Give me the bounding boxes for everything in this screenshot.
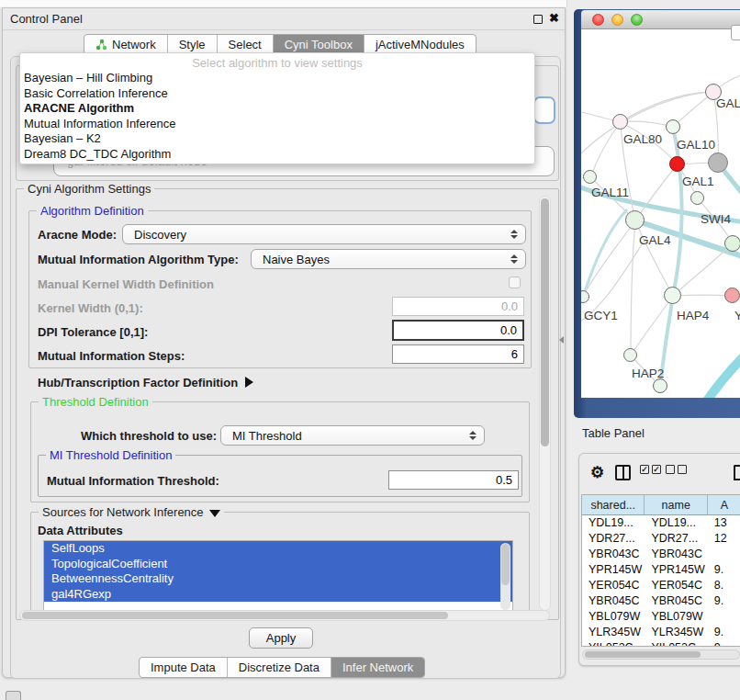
algorithm-option-mutual-information[interactable]: Mutual Information Inference <box>20 117 534 132</box>
close-icon[interactable]: ✖ <box>549 11 559 25</box>
algorithm-option-bayesian-k2[interactable]: Bayesian – K2 <box>20 131 534 147</box>
gear-icon[interactable]: ⚙ <box>590 465 604 480</box>
aracne-mode-combo[interactable]: Discovery <box>122 224 526 244</box>
scrollbar-thumb[interactable] <box>501 544 510 585</box>
scrollbar-thumb[interactable] <box>541 198 549 446</box>
minimize-traffic-light-icon[interactable] <box>611 14 623 26</box>
table-row[interactable]: YBL079WYBL079W <box>582 609 740 625</box>
float-window-icon[interactable] <box>533 15 543 24</box>
cell-value: 9. <box>708 562 740 578</box>
tab-network[interactable]: Network <box>84 35 168 54</box>
collapsed-arrow-icon <box>245 377 253 388</box>
mi-threshold-label: Mutual Information Threshold: <box>47 474 219 488</box>
node-bottom-green[interactable] <box>653 378 667 393</box>
algorithm-combo-focus-fragment[interactable] <box>533 96 555 124</box>
mi-steps-field[interactable]: 6 <box>392 344 524 364</box>
column-header-name[interactable]: name <box>645 495 707 514</box>
table-row[interactable]: YBR043CYBR043C <box>582 547 740 562</box>
scrollbar-thumb[interactable] <box>22 612 448 619</box>
sources-group-title[interactable]: Sources for Network Inference <box>39 505 224 519</box>
list-item[interactable]: gal4RGexp <box>44 587 512 603</box>
tab-select[interactable]: Select <box>218 35 274 54</box>
which-threshold-combo[interactable]: MI Threshold <box>220 425 485 446</box>
which-threshold-value: MI Threshold <box>221 429 468 443</box>
algorithm-option-dream8[interactable]: Dream8 DC_TDC Algorithm <box>20 147 534 163</box>
list-item[interactable]: SelfLoops <box>44 541 512 557</box>
network-view-window: GAL GAL80 GAL10 GAL1 GAL11 SWI4 GAL4 GCY… <box>574 9 740 418</box>
tab-infer-network[interactable]: Infer Network <box>331 658 424 677</box>
algorithm-option-basic-correlation[interactable]: Basic Correlation Inference <box>20 86 534 102</box>
table-row[interactable]: YER054CYER054C8. <box>582 578 740 593</box>
export-table-icon-fragment[interactable] <box>734 465 740 480</box>
settings-vertical-scrollbar[interactable] <box>539 196 551 611</box>
node-gal80[interactable] <box>612 114 628 130</box>
kernel-width-field[interactable]: 0.0 <box>392 297 524 316</box>
mi-type-combo[interactable]: Naive Bayes <box>251 249 526 269</box>
select-all-columns-icon[interactable]: ✓✓ <box>640 465 661 474</box>
node-table: shared... name A YDL19...YDL19...13 YDR2… <box>581 494 740 647</box>
node-gal10[interactable] <box>666 119 680 134</box>
tab-network-label: Network <box>112 38 156 51</box>
table-row[interactable]: YIL052CYIL052C9 <box>582 640 740 647</box>
mi-threshold-field[interactable]: 0.5 <box>388 470 519 490</box>
mi-type-value: Naive Bayes <box>252 253 510 266</box>
algorithm-option-bayesian-hill-climbing[interactable]: Bayesian – Hill Climbing <box>20 71 534 86</box>
tab-jactivemnodules[interactable]: jActiveMNodules <box>364 35 476 54</box>
table-row[interactable]: YPR145WYPR145W9. <box>582 562 740 578</box>
table-panel: ⚙ ✓✓ shared... name A YDL19...YDL19...13… <box>578 453 740 666</box>
columns-icon[interactable] <box>615 465 631 480</box>
node-label: GAL80 <box>623 132 662 146</box>
node-salmon[interactable] <box>724 288 740 303</box>
table-horizontal-scrollbar[interactable] <box>582 649 740 660</box>
node-gal4[interactable] <box>625 210 645 230</box>
close-traffic-light-icon[interactable] <box>592 14 604 26</box>
network-tools-fragment[interactable] <box>731 25 740 40</box>
column-header-shared-name[interactable]: shared... <box>582 495 645 514</box>
list-vertical-scrollbar[interactable] <box>500 543 510 610</box>
node-gal1[interactable] <box>669 156 685 172</box>
algorithm-option-aracne[interactable]: ARACNE Algorithm <box>20 101 534 117</box>
data-attributes-list[interactable]: SelfLoops TopologicalCoefficient Between… <box>43 540 513 613</box>
node-right-green[interactable] <box>724 235 740 252</box>
hub-definition-toggle[interactable]: Hub/Transcription Factor Definition <box>38 376 253 390</box>
aracne-mode-label: Aracne Mode: <box>38 228 117 242</box>
aracne-mode-value: Discovery <box>123 228 510 242</box>
apply-button[interactable]: Apply <box>249 627 313 649</box>
scrollbar-thumb[interactable] <box>585 651 701 658</box>
node-hap2[interactable] <box>623 348 637 362</box>
node-label: HAP4 <box>677 309 709 322</box>
node-label: GAL4 <box>639 233 671 247</box>
cell-name: YDR27... <box>645 531 707 547</box>
settings-horizontal-scrollbar[interactable] <box>19 610 550 621</box>
tab-discretize-data-label: Discretize Data <box>239 660 320 674</box>
node-gal11[interactable] <box>583 170 597 184</box>
tab-cyni-toolbox[interactable]: Cyni Toolbox <box>274 35 364 54</box>
tab-discretize-data[interactable]: Discretize Data <box>228 658 331 677</box>
deselect-all-columns-icon[interactable] <box>666 465 687 474</box>
bottom-left-icon-fragment[interactable] <box>6 691 21 700</box>
algorithm-dropdown-popup: Select algorithm to view settings Bayesi… <box>19 52 535 164</box>
control-panel-titlebar[interactable]: Control Panel ✖ <box>3 8 565 30</box>
node-swi4[interactable] <box>690 191 704 205</box>
dpi-tolerance-label: DPI Tolerance [0,1]: <box>38 325 148 339</box>
table-row[interactable]: YDL19...YDL19...13 <box>582 515 740 531</box>
node-label: GAL10 <box>677 138 715 152</box>
network-window-titlebar[interactable] <box>581 10 740 29</box>
panel-divider-grip[interactable] <box>559 336 564 344</box>
table-row[interactable]: YLR345WYLR345W9. <box>582 625 740 640</box>
list-item[interactable]: TopologicalCoefficient <box>44 557 512 572</box>
node-gray[interactable] <box>708 152 728 173</box>
cell-name: YDL19... <box>645 515 707 531</box>
tab-impute-data[interactable]: Impute Data <box>140 658 228 677</box>
tab-style[interactable]: Style <box>168 35 218 54</box>
column-header-partial[interactable]: A <box>708 495 740 514</box>
table-row[interactable]: YBR045CYBR045C9. <box>582 593 740 609</box>
zoom-traffic-light-icon[interactable] <box>631 14 643 26</box>
list-item[interactable]: BetweennessCentrality <box>44 571 512 587</box>
dpi-tolerance-field[interactable]: 0.0 <box>392 320 524 341</box>
manual-kernel-checkbox[interactable] <box>509 277 521 288</box>
network-canvas[interactable]: GAL GAL80 GAL10 GAL1 GAL11 SWI4 GAL4 GCY… <box>581 29 740 398</box>
table-row[interactable]: YDR27...YDR27...12 <box>582 531 740 547</box>
node-hap4[interactable] <box>664 287 681 304</box>
node-label: GAL <box>716 96 740 110</box>
